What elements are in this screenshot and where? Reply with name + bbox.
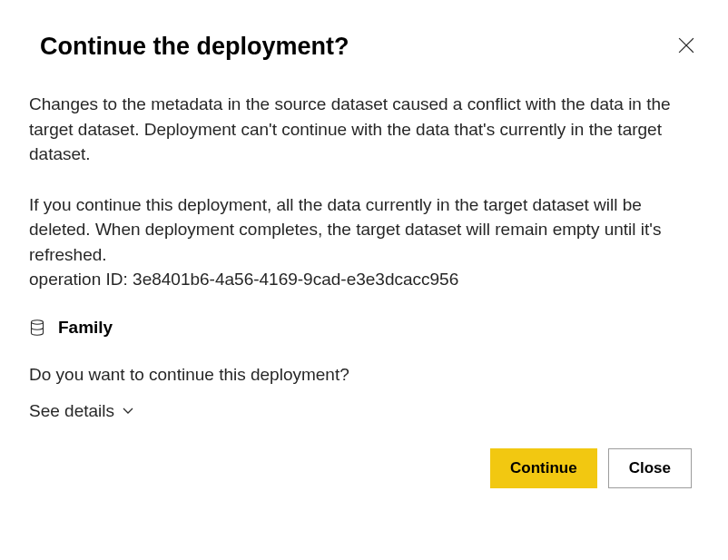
dataset-row: Family: [29, 318, 699, 338]
deployment-conflict-dialog: Continue the deployment? Changes to the …: [0, 0, 728, 521]
dialog-footer: Continue Close: [29, 448, 699, 488]
continue-button[interactable]: Continue: [490, 448, 597, 488]
confirm-question: Do you want to continue this deployment?: [29, 365, 699, 385]
operation-id: operation ID: 3e8401b6-4a56-4169-9cad-e3…: [29, 267, 699, 292]
close-icon: [678, 37, 694, 57]
dataset-name: Family: [58, 318, 113, 338]
svg-point-2: [32, 320, 44, 324]
dialog-body: Changes to the metadata in the source da…: [29, 92, 699, 292]
see-details-toggle[interactable]: See details: [29, 401, 134, 421]
chevron-down-icon: [122, 401, 134, 421]
dialog-header: Continue the deployment?: [29, 33, 699, 61]
close-button[interactable]: [677, 38, 695, 56]
continue-warning: If you continue this deployment, all the…: [29, 192, 699, 268]
dataset-icon: [29, 319, 45, 336]
conflict-explanation: Changes to the metadata in the source da…: [29, 92, 699, 167]
see-details-label: See details: [29, 401, 114, 421]
dialog-title: Continue the deployment?: [29, 33, 349, 61]
close-dialog-button[interactable]: Close: [608, 448, 692, 488]
